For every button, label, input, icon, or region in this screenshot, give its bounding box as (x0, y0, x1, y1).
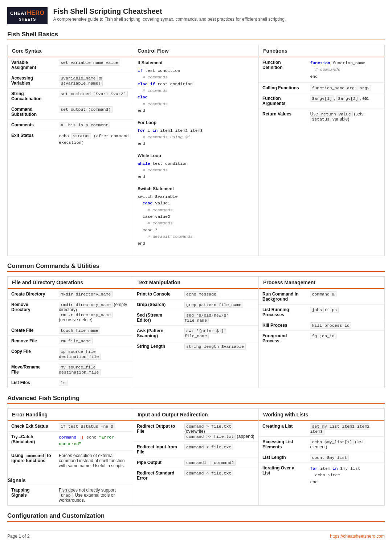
value: if test $status -ne 0 (55, 421, 133, 432)
value: command < file.txt (181, 441, 258, 457)
io-redirect-table: Redirect Output toFile command > file.tx… (133, 421, 258, 483)
term: Sed (Stream Editor) (133, 310, 181, 325)
value: set output (command) (55, 104, 133, 119)
logo-cheat: CHEAT (10, 11, 27, 16)
table-row: Redirect StandardError command ^ file.tx… (133, 468, 258, 483)
term: List Running Processes (259, 304, 306, 320)
value: ls (55, 377, 133, 388)
functions-header: Functions (259, 45, 384, 57)
value: count $my_list (306, 452, 384, 463)
table-row: Kill Process kill process_id (259, 320, 384, 330)
lists-col: Working with Lists Creating a List set m… (259, 409, 384, 505)
advanced-grid: Error Handling Check Exit Status if test… (7, 408, 385, 506)
value: grep pattern file_name (181, 299, 258, 310)
section2-title: Common Commands & Utilities (7, 262, 385, 272)
functions-table: FunctionDefinition function function_nam… (259, 57, 384, 124)
error-handling-col: Error Handling Check Exit Status if test… (8, 409, 133, 505)
control-flow-header: Control Flow (133, 45, 258, 57)
term: StringConcatenation (8, 88, 55, 104)
term: Foreground Process (259, 330, 306, 346)
term: Calling Functions (259, 82, 306, 93)
page-title: Fish Shell Scripting Cheatsheet (53, 7, 286, 16)
term: RemoveDirectory (8, 299, 55, 325)
core-syntax-header: Core Syntax (8, 45, 133, 57)
section1-title: Fish Shell Basics (7, 31, 385, 40)
section4-title: Configuration and Customization (7, 512, 385, 522)
page-subtitle: A comprehensive guide to Fish shell scri… (53, 17, 286, 22)
term: Variable Assignment (8, 57, 55, 73)
logo-hero: HERO (27, 10, 44, 16)
value: set combined "$var1 $var2" (55, 88, 133, 104)
page-number: Page 1 of 2 (7, 534, 29, 539)
term: Print to Console (133, 289, 181, 300)
core-syntax-col: Core Syntax Variable Assignment set vari… (8, 45, 133, 256)
table-row: Accessing ListElements echo $my_list[1] … (259, 436, 384, 452)
control-flow-col: Control Flow If Statement if test condit… (133, 45, 259, 256)
for-loop: For Loop for i in item1 item2 item3 # co… (138, 120, 254, 147)
term: FunctionArguments (259, 93, 306, 109)
table-row: Grep (Search) grep pattern file_name (133, 299, 258, 310)
term: String Length (133, 341, 181, 351)
value: command > file.txt (overwrite) command >… (181, 421, 258, 442)
switch-statement: Switch Statement switch $variable case v… (138, 186, 254, 247)
table-row: Foreground Process fg job_id (259, 330, 384, 346)
error-handling-table: Check Exit Status if test $status -ne 0 … (8, 421, 133, 471)
text-manip-header: Text Manipulation (133, 277, 258, 289)
table-row: Redirect Output toFile command > file.tx… (133, 421, 258, 442)
term: TrappingSignals (8, 485, 55, 505)
term: Redirect Output toFile (133, 421, 181, 442)
table-row: Copy File cp source_filedestination_file (8, 346, 133, 362)
term: Pipe Output (133, 457, 181, 468)
table-row: Pipe Output command1 | command2 (133, 457, 258, 468)
term: Create Directory (8, 289, 55, 300)
table-row: String Length string length $variable (133, 341, 258, 351)
functions-col: Functions FunctionDefinition function fu… (259, 45, 384, 256)
error-handling-header: Error Handling (8, 409, 133, 421)
table-row: Sed (Stream Editor) sed 's/old/new/g'fil… (133, 310, 258, 325)
value: # This is a comment (55, 119, 133, 130)
logo: CHEATHERO SHEETS (7, 7, 48, 24)
term: Redirect Input fromFile (133, 441, 181, 457)
value: echo $my_list[1] (first element) (306, 436, 384, 452)
table-row: RemoveDirectory rmdir directory_name (em… (8, 299, 133, 325)
value: function_name arg1 arg2 (306, 82, 384, 93)
value: sed 's/old/new/g'file_name (181, 310, 258, 325)
term: Create File (8, 325, 55, 335)
table-row: Remove File rm file_name (8, 335, 133, 346)
value: cp source_filedestination_file (55, 346, 133, 362)
control-flow-content: If Statement if test condition # command… (133, 57, 258, 256)
term: Awk (PatternScanning) (133, 325, 181, 341)
footer: Page 1 of 2 https://cheatsheetshero.com (7, 530, 385, 539)
value: Use return value (sets $status variable) (306, 109, 384, 124)
table-row: CommandSubstitution set output (command) (8, 104, 133, 119)
table-row: List Files ls (8, 377, 133, 388)
commands-grid: File and Directory Operations Create Dir… (7, 276, 385, 388)
table-row: Awk (PatternScanning) awk '{print $1}'fi… (133, 325, 258, 341)
term: Check Exit Status (8, 421, 55, 432)
term: Run Command in Background (259, 289, 306, 305)
table-row: Redirect Input fromFile command < file.t… (133, 441, 258, 457)
term: FunctionDefinition (259, 57, 306, 83)
value: rm file_name (55, 335, 133, 346)
table-row: Exit Status echo $status (after command … (8, 130, 133, 148)
text-manip-col: Text Manipulation Print to Console echo … (133, 277, 259, 388)
value: Fish does not directly support trap. Use… (55, 485, 133, 505)
footer-url[interactable]: https://cheatsheetshero.com (330, 534, 385, 539)
io-redirect-col: Input and Output Redirection Redirect Ou… (133, 409, 259, 505)
process-mgmt-table: Run Command in Background command & List… (259, 289, 384, 346)
table-row: TrappingSignals Fish does not directly s… (8, 485, 133, 505)
value: echo message (181, 289, 258, 300)
value: $variable_name or${variable_name} (55, 73, 133, 88)
process-mgmt-col: Process Management Run Command in Backgr… (259, 277, 384, 388)
logo-sheets: SHEETS (19, 17, 36, 21)
table-row: Using command to ignore functions Forces… (8, 450, 133, 471)
term: Accessing Variables (8, 73, 55, 88)
table-row: Create Directory mkdir directory_name (8, 289, 133, 300)
value: $argv[1], $argv[2], etc. (306, 93, 384, 109)
header-text: Fish Shell Scripting Cheatsheet A compre… (53, 7, 286, 22)
value: command1 | command2 (181, 457, 258, 468)
table-row: Print to Console echo message (133, 289, 258, 300)
term: Try...Catch(Simulated) (8, 431, 55, 450)
table-row: Return Values Use return value (sets $st… (259, 109, 384, 124)
term: CommandSubstitution (8, 104, 55, 119)
